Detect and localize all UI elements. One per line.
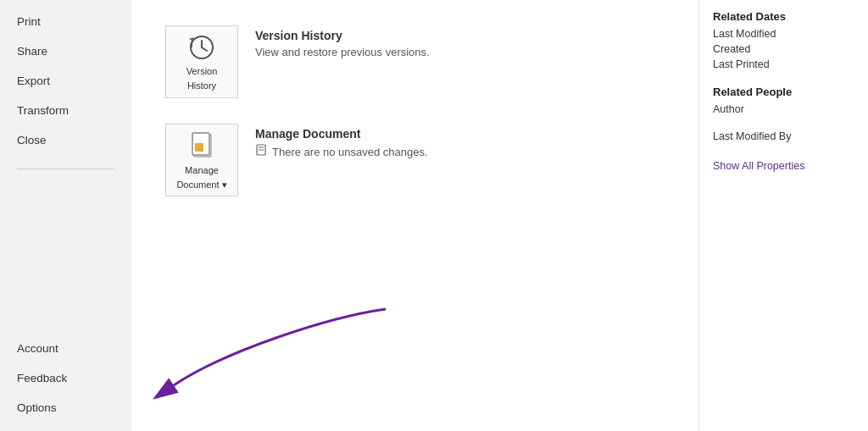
related-dates-title: Related Dates [713, 10, 854, 23]
manage-document-text: Manage Document There are no unsaved cha… [255, 124, 428, 159]
manage-document-title: Manage Document [255, 127, 428, 141]
version-history-card: Version History Version History View and… [165, 25, 665, 98]
sidebar-item-share[interactable]: Share [0, 36, 131, 66]
panel-last-modified: Last Modified [713, 28, 854, 40]
sidebar-item-print[interactable]: Print [0, 7, 131, 36]
arrow-annotation [157, 301, 394, 406]
sidebar: Print Share Export Transform Close Accou… [0, 0, 131, 431]
manage-document-card: Manage Document ▾ Manage Document There … [165, 124, 665, 196]
panel-last-modified-by-label: Last Modified By [713, 130, 854, 142]
manage-document-icon-box[interactable]: Manage Document ▾ [165, 124, 238, 196]
version-history-icon [186, 32, 217, 63]
sidebar-divider [17, 169, 114, 169]
sidebar-item-close[interactable]: Close [0, 125, 131, 155]
sidebar-item-transform[interactable]: Transform [0, 96, 131, 125]
manage-document-label-line1: Manage [185, 165, 219, 176]
last-modified-by-section: Last Modified By [713, 130, 854, 142]
version-history-text: Version History View and restore previou… [255, 25, 430, 58]
svg-line-2 [202, 47, 207, 51]
related-dates-section: Related Dates Last Modified Created Last… [713, 10, 854, 70]
panel-author: Author [713, 103, 854, 115]
manage-document-icon [186, 130, 217, 162]
manage-document-label-line2: Document ▾ [176, 180, 226, 191]
related-people-section: Related People Author [713, 86, 854, 115]
sidebar-item-export[interactable]: Export [0, 66, 131, 96]
sidebar-bottom: Account Feedback Options [0, 334, 131, 431]
version-history-label-line2: History [187, 80, 216, 91]
version-history-icon-box[interactable]: Version History [165, 25, 238, 98]
right-panel: Related Dates Last Modified Created Last… [698, 0, 868, 431]
manage-document-icon-inline [255, 144, 267, 159]
related-people-title: Related People [713, 86, 854, 98]
sidebar-item-options[interactable]: Options [0, 393, 131, 423]
manage-document-description: There are no unsaved changes. [272, 146, 428, 158]
sidebar-item-feedback[interactable]: Feedback [0, 363, 131, 393]
version-history-title: Version History [255, 29, 430, 42]
panel-last-printed: Last Printed [713, 58, 854, 70]
show-all-properties-link[interactable]: Show All Properties [713, 160, 804, 172]
main-content: Version History Version History View and… [131, 0, 698, 431]
sidebar-item-account[interactable]: Account [0, 334, 131, 363]
svg-rect-6 [195, 143, 203, 152]
panel-created: Created [713, 43, 854, 55]
version-history-description: View and restore previous versions. [255, 46, 430, 58]
manage-document-desc-row: There are no unsaved changes. [255, 144, 428, 159]
version-history-label-line1: Version [186, 66, 218, 77]
